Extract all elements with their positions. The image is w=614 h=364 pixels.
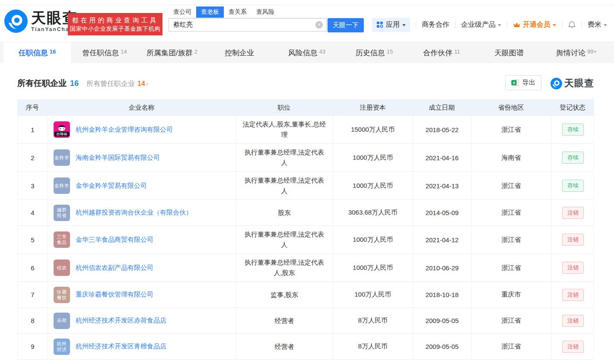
- watermark-label: 天眼查: [564, 77, 594, 90]
- status-badge: 注销: [562, 262, 584, 274]
- company-link[interactable]: 杭州经济技术开发区青檀食品店: [76, 342, 166, 351]
- search-type-tab[interactable]: 查老板: [196, 6, 224, 18]
- status-cell: 注销: [551, 334, 595, 359]
- row-number: 3: [18, 172, 48, 199]
- slogan-line1: 都在用的商业查询工具: [68, 16, 162, 25]
- table-row: 4越群投资杭州越群投资咨询合伙企业（有限合伙）股东3063.68万人民币2014…: [18, 200, 594, 226]
- table-row: 9杭州经济杭州经济技术开发区青檀食品店经营者8万人民币2009-05-05浙江省…: [18, 334, 594, 360]
- company-cell: 三羊食品金华三羊食品商贸有限公司: [48, 226, 236, 253]
- company-link[interactable]: 杭州佰农农副产品有限公司: [76, 264, 153, 272]
- logo-text: 佰农: [57, 265, 67, 271]
- user-menu[interactable]: 费米: [588, 20, 607, 29]
- search-input[interactable]: [169, 18, 327, 32]
- page-tab-label: 控制企业: [225, 48, 254, 58]
- company-logo: 金羚羊: [54, 149, 70, 166]
- status-cell: 注销: [551, 226, 595, 253]
- logo-face-icon: [58, 125, 65, 131]
- row-number: 4: [18, 200, 48, 225]
- status-cell: 注销: [551, 282, 595, 307]
- page-tab-count: 11: [454, 48, 460, 55]
- former-positions-link[interactable]: 所有曾任职企业: [86, 79, 135, 89]
- status-cell: 存续: [551, 116, 595, 143]
- company-link[interactable]: 杭州金羚羊企业管理咨询有限公司: [76, 126, 173, 134]
- slogan-banner: 都在用的商业查询工具 国家中小企业发展子基金旗下机构: [68, 13, 162, 35]
- page-tab[interactable]: 天眼图谱: [475, 42, 543, 63]
- page-tab-count: 99+: [587, 48, 597, 55]
- registered-capital-cell: 15000万人民币: [333, 116, 413, 143]
- table-row: 1自嗨锅杭州金羚羊企业管理咨询有限公司法定代表人,股东,董事长,总经理15000…: [18, 116, 594, 144]
- row-number: 7: [18, 282, 48, 307]
- company-link[interactable]: 金华三羊食品商贸有限公司: [76, 236, 153, 244]
- table-row: 5三羊食品金华三羊食品商贸有限公司执行董事兼总经理,法定代表人1000万人民币2…: [18, 226, 594, 254]
- position-cell: 执行董事兼总经理,法定代表人: [236, 172, 333, 199]
- region-cell: 浙江省: [471, 254, 551, 282]
- company-link[interactable]: 海南金羚羊国际贸易有限公司: [76, 154, 160, 162]
- registered-capital-cell: 1000万人民币: [333, 172, 413, 199]
- table-row: 6佰农杭州佰农农副产品有限公司执行董事兼总经理,法定代表人,股东1000万人民币…: [18, 254, 594, 282]
- region-cell: 浙江省: [471, 200, 551, 225]
- page-tab-count: 43: [319, 48, 325, 55]
- former-positions-count[interactable]: 14: [137, 80, 145, 88]
- company-logo: 赤荷: [54, 313, 70, 329]
- logo-text: 珍霸: [57, 289, 67, 295]
- company-link[interactable]: 重庆珍霸餐饮管理有限公司: [76, 291, 153, 299]
- page-tab[interactable]: 控制企业: [206, 42, 273, 63]
- page-tab[interactable]: 曾任职信息14: [71, 42, 138, 63]
- nav-separator: [416, 22, 416, 28]
- status-cell: 存续: [551, 144, 595, 171]
- position-cell: 执行董事兼总经理,法定代表人: [236, 144, 333, 171]
- nav-separator: [507, 22, 507, 28]
- company-logo: 越群投资: [54, 205, 70, 221]
- region-cell: 浙江省: [471, 334, 551, 359]
- company-link[interactable]: 金华金羚羊贸易有限公司: [76, 182, 147, 190]
- top-nav: 应用 商务合作 企业级产品 开通会员 费米: [372, 17, 607, 32]
- page-tab-label: 所属集团/族群: [146, 48, 193, 58]
- row-number: 5: [18, 226, 48, 253]
- nav-biz-cooperation[interactable]: 商务合作: [422, 20, 449, 29]
- page-tab-label: 曾任职信息: [82, 48, 119, 58]
- search-type-tab[interactable]: 查公司: [169, 6, 196, 18]
- apps-menu-button[interactable]: 应用: [372, 18, 410, 32]
- page-tab[interactable]: 历史信息15: [340, 42, 408, 63]
- top-divider: [0, 5, 614, 5]
- status-badge: 注销: [562, 315, 584, 327]
- page-tab[interactable]: 所属集团/族群2: [138, 42, 206, 63]
- notification-bell-icon[interactable]: [568, 21, 576, 29]
- search-type-tab[interactable]: 查风险: [251, 6, 279, 18]
- company-link[interactable]: 杭州越群投资咨询合伙企业（有限合伙）: [76, 209, 192, 217]
- status-cell: 注销: [551, 254, 595, 282]
- page-tab[interactable]: 风险信息43: [273, 42, 340, 63]
- company-logo: 珍霸餐饮: [54, 287, 70, 303]
- page-tab[interactable]: 合作伙伴11: [408, 42, 475, 63]
- registered-capital-cell: 8万人民币: [333, 308, 413, 333]
- chevron-right-icon[interactable]: ›: [146, 79, 149, 88]
- logo-text: 投资: [57, 213, 67, 218]
- status-badge: 注销: [562, 207, 584, 219]
- search-type-tab[interactable]: 查关系: [224, 6, 251, 18]
- search-type-tabs: 查公司查老板查关系查风险: [169, 7, 364, 18]
- company-link[interactable]: 杭州经济技术开发区赤荷食品店: [76, 317, 166, 325]
- company-logo: 自嗨锅: [54, 121, 70, 138]
- page-tab[interactable]: 舆情讨论99+: [543, 42, 610, 63]
- table-row: 8赤荷杭州经济技术开发区赤荷食品店经营者8万人民币2009-05-05浙江省注销: [18, 308, 594, 334]
- search-button[interactable]: 天眼一下: [328, 18, 364, 32]
- clear-search-icon[interactable]: ×: [315, 21, 323, 28]
- page-tab-count: 14: [121, 48, 127, 55]
- registered-capital-cell: 1000万人民币: [333, 254, 413, 282]
- search-area: 查公司查老板查关系查风险 × 天眼一下: [169, 7, 364, 32]
- apps-grid-icon: [376, 21, 383, 28]
- vip-upgrade-button[interactable]: 开通会员: [513, 20, 556, 29]
- status-badge: 存续: [562, 152, 584, 164]
- position-cell: 监事,股东: [236, 282, 333, 307]
- logo-text: 食品: [57, 240, 67, 245]
- enterprise-label: 企业级产品: [461, 20, 496, 29]
- column-header-position: 职位: [235, 99, 333, 116]
- export-label: 导出: [522, 79, 535, 87]
- column-header-no: 序号: [17, 99, 48, 116]
- nav-enterprise-products[interactable]: 企业级产品: [461, 20, 501, 29]
- page-tab-label: 舆情讨论: [556, 48, 585, 58]
- export-button[interactable]: X 导出: [505, 75, 541, 90]
- page-tab-count: 15: [387, 48, 393, 55]
- established-date-cell: 2021-04-12: [413, 226, 471, 253]
- page-tab[interactable]: 任职信息16: [3, 42, 71, 63]
